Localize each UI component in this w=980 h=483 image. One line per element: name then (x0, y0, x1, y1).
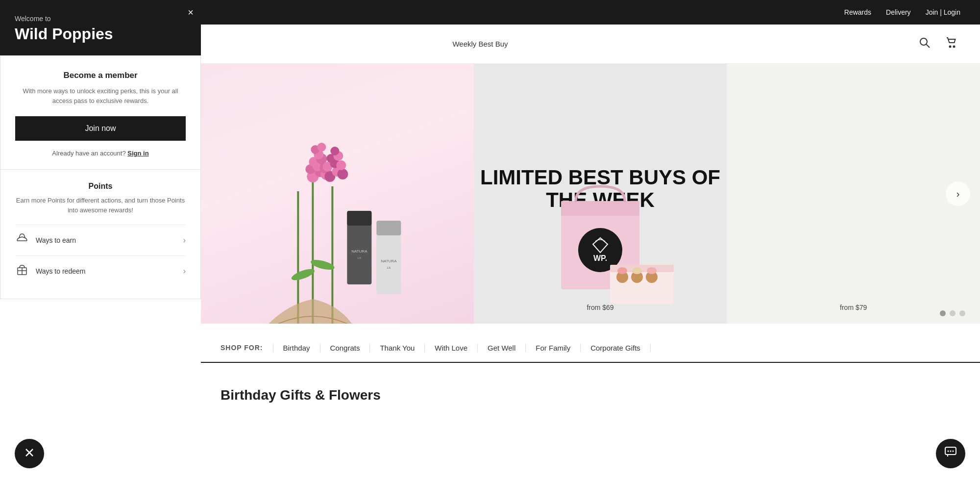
header-nav: Weekly Best Buy (452, 40, 508, 48)
chat-icon (944, 446, 957, 461)
shop-get-well[interactable]: Get Well (477, 344, 525, 352)
join-link[interactable]: Join (926, 8, 938, 16)
brand-name: Wild Poppies (15, 25, 186, 43)
redeem-arrow: › (183, 267, 186, 276)
hero-section: NATURA LS NATURA LS LIMITED BEST BUYS OF… (201, 64, 980, 324)
shop-for-label: SHOP FOR: (220, 344, 263, 352)
top-bar-right: Rewards Delivery Join | Login (844, 8, 960, 16)
popup-body: Become a member With more ways to unlock… (0, 55, 201, 299)
popup-header: Welcome to Wild Poppies × (0, 0, 201, 55)
ways-to-redeem-row[interactable]: Ways to redeem › (15, 255, 186, 286)
svg-point-78 (950, 451, 952, 452)
search-button[interactable] (916, 34, 933, 54)
chat-button[interactable] (936, 439, 965, 468)
shop-with-love[interactable]: With Love (424, 344, 477, 352)
svg-rect-35 (376, 221, 401, 235)
hero-dot-3[interactable] (959, 310, 965, 316)
points-card: Points Earn more Points for different ac… (0, 170, 200, 299)
svg-point-47 (632, 267, 642, 274)
hero-dot-2[interactable] (950, 310, 956, 316)
weekly-best-buy-link[interactable]: Weekly Best Buy (452, 40, 508, 48)
hero-panel-3: from $79 › (727, 64, 980, 324)
hero-price-2: from $79 (840, 304, 867, 311)
header-icons (916, 34, 960, 54)
shop-corporate-gifts[interactable]: Corporate Gifts (580, 344, 651, 352)
close-chat-icon (24, 447, 35, 460)
points-title: Points (15, 182, 186, 191)
svg-text:WP.: WP. (593, 254, 607, 262)
close-chat-button[interactable] (15, 439, 44, 468)
hero-panel-2: LIMITED BEST BUYS OF THE WEEK WP. (474, 64, 727, 324)
member-desc: With more ways to unlock exciting perks,… (15, 86, 186, 105)
shop-for-items: Birthday Congrats Thank You With Love Ge… (273, 344, 651, 352)
points-desc: Earn more Points for different actions, … (15, 196, 186, 215)
hero-center-illustration: WP. (512, 152, 688, 319)
join-login-group: Join | Login (926, 8, 960, 16)
popup-overlay: Welcome to Wild Poppies × Become a membe… (0, 0, 201, 483)
hero-dot-1[interactable] (940, 310, 946, 316)
svg-text:NATURA: NATURA (351, 249, 368, 254)
shop-birthday[interactable]: Birthday (273, 344, 320, 352)
svg-point-26 (336, 160, 346, 170)
earn-icon (15, 232, 29, 249)
panel3-background (727, 64, 980, 324)
svg-text:LS: LS (358, 256, 361, 259)
hero-panel-1: NATURA LS NATURA LS (201, 64, 474, 324)
svg-point-49 (647, 267, 657, 274)
member-title: Become a member (15, 71, 186, 80)
member-card: Become a member With more ways to unlock… (0, 56, 200, 170)
svg-point-29 (330, 147, 339, 155)
ways-to-earn-row[interactable]: Ways to earn › (15, 225, 186, 255)
cart-button[interactable] (943, 34, 960, 54)
earn-arrow: › (183, 236, 186, 245)
shop-for-bar: SHOP FOR: Birthday Congrats Thank You Wi… (201, 333, 980, 363)
svg-text:NATURA: NATURA (381, 259, 397, 263)
join-now-button[interactable]: Join now (15, 116, 186, 141)
separator: | (940, 8, 942, 16)
earn-label: Ways to earn (36, 236, 76, 244)
svg-point-2 (949, 46, 951, 47)
hero-next-button[interactable]: › (946, 181, 970, 206)
svg-text:LS: LS (387, 266, 391, 269)
delivery-link[interactable]: Delivery (886, 8, 911, 16)
shop-thank-you[interactable]: Thank You (369, 344, 424, 352)
ways-to-earn-left: Ways to earn (15, 232, 76, 249)
svg-point-23 (337, 169, 348, 179)
svg-rect-31 (347, 211, 371, 226)
arrow-icon: › (956, 188, 960, 200)
search-icon (919, 39, 931, 51)
hero-dots (940, 310, 965, 316)
rewards-link[interactable]: Rewards (844, 8, 871, 16)
ways-to-redeem-left: Ways to redeem (15, 263, 85, 280)
login-link[interactable]: Login (944, 8, 960, 16)
redeem-label: Ways to redeem (36, 267, 85, 275)
popup-close-button[interactable]: × (188, 7, 194, 17)
svg-point-20 (317, 143, 326, 152)
cart-icon (945, 39, 958, 51)
svg-point-77 (948, 451, 949, 452)
bottom-title: Birthday Gifts & Flowers (220, 387, 960, 403)
svg-point-0 (920, 38, 927, 45)
panel1-background: NATURA LS NATURA LS (201, 64, 474, 324)
svg-point-45 (617, 267, 627, 274)
svg-point-3 (953, 46, 955, 47)
shop-for-family[interactable]: For Family (525, 344, 580, 352)
svg-point-79 (953, 451, 954, 452)
svg-line-1 (926, 44, 930, 48)
shop-congrats[interactable]: Congrats (320, 344, 370, 352)
signin-text: Already have an account? Sign in (15, 150, 186, 157)
redeem-icon (15, 263, 29, 280)
svg-rect-39 (561, 201, 639, 216)
welcome-text: Welcome to (15, 15, 186, 23)
signin-link[interactable]: Sign in (127, 150, 148, 157)
bottom-section: Birthday Gifts & Flowers (201, 373, 980, 418)
pink-flowers-svg: NATURA LS NATURA LS (201, 64, 474, 324)
